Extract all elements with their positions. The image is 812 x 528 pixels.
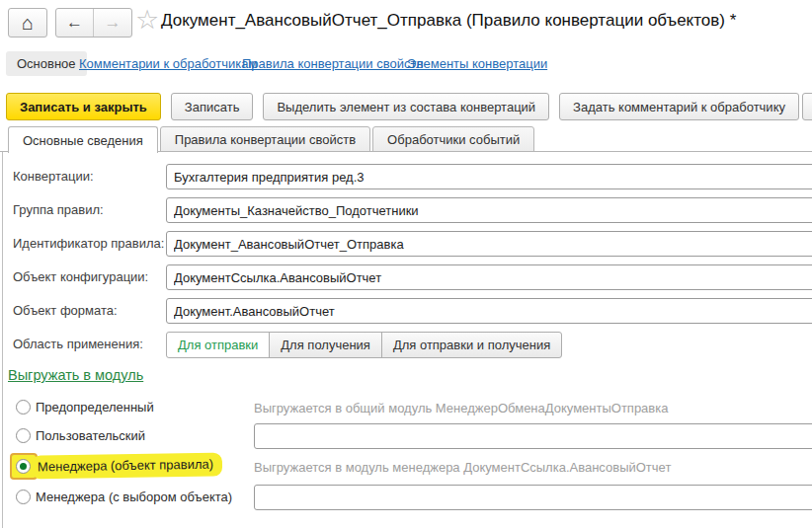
scope-option-receive[interactable]: Для получения: [269, 332, 382, 358]
tab-event-handlers[interactable]: Обработчики событий: [372, 126, 534, 152]
field-label-format-object: Объект формата:: [13, 303, 118, 318]
field-label-conversion: Конвертации:: [13, 169, 94, 184]
conversion-input[interactable]: [166, 164, 812, 189]
select-element-button[interactable]: Выделить элемент из состава конвертаций: [263, 93, 549, 120]
radio-row-manager-rule-object: Менеджера (объект правила) Выгружается в…: [0, 454, 812, 480]
radio-manager-rule-object-label: Менеджера (объект правила): [32, 452, 222, 479]
radio-predefined-label: Предопределенный: [36, 400, 154, 415]
radio-custom-label: Пользовательский: [36, 428, 145, 443]
radio-manager-choose-object[interactable]: [16, 490, 31, 504]
field-label-rule-id: Идентификатор правила:: [13, 236, 164, 251]
nav-item-main[interactable]: Основное: [6, 51, 87, 76]
scope-option-send[interactable]: Для отправки: [166, 332, 270, 358]
radio-custom[interactable]: [16, 428, 31, 443]
forward-arrow-icon: →: [105, 13, 122, 33]
window: ⌂ ← → ☆ Документ_АвансовыйОтчет_Отправка…: [0, 0, 812, 528]
rule-id-input[interactable]: [166, 231, 812, 257]
format-object-input[interactable]: [166, 298, 812, 324]
radio-manager-rule-object[interactable]: [16, 459, 31, 474]
more-button-clipped[interactable]: [802, 93, 812, 120]
page-title: Документ_АвансовыйОтчет_Отправка (Правил…: [161, 11, 736, 31]
field-label-rule-group: Группа правил:: [13, 202, 104, 217]
radio-predefined[interactable]: [16, 400, 31, 415]
manager-module-description: Выгружается в модуль менеджера ДокументС…: [254, 460, 671, 475]
back-button[interactable]: ←: [56, 9, 94, 37]
save-button[interactable]: Записать: [171, 93, 254, 120]
scope-option-send-receive[interactable]: Для отправки и получения: [381, 332, 562, 358]
config-object-input[interactable]: [166, 264, 812, 290]
tab-property-conversion-rules[interactable]: Правила конвертации свойств: [160, 126, 370, 152]
export-module-group-link[interactable]: Выгружать в модуль: [8, 367, 143, 383]
tab-bar: Основные сведения Правила конвертации св…: [8, 126, 534, 153]
nav-link-conversion-elements[interactable]: Элементы конвертации: [407, 56, 547, 71]
field-label-config-object: Объект конфигурации:: [13, 269, 148, 284]
predefined-description: Выгружается в общий модуль МенеджерОбмен…: [254, 401, 668, 415]
radio-manager-choose-object-label: Менеджера (с выбором объекта): [36, 490, 232, 504]
scope-segmented-control: Для отправки Для получения Для отправки …: [166, 332, 562, 358]
tab-main-info[interactable]: Основные сведения: [8, 126, 158, 153]
radio-row-predefined: Предопределенный Выгружается в общий мод…: [0, 395, 812, 420]
radio-row-manager-choose-object: Менеджера (с выбором объекта): [0, 485, 812, 510]
radio-row-custom: Пользовательский: [0, 423, 812, 449]
field-label-scope: Область применения:: [13, 337, 143, 351]
rule-group-input[interactable]: [166, 197, 812, 223]
nav-link-handler-comments[interactable]: Комментарии к обработчикам: [79, 56, 257, 71]
home-button[interactable]: ⌂: [8, 8, 47, 38]
nav-link-property-rules[interactable]: Правила конвертации свойств: [242, 56, 423, 71]
star-icon[interactable]: ☆: [135, 4, 159, 36]
save-and-close-button[interactable]: Записать и закрыть: [6, 93, 161, 120]
manager-choose-object-input[interactable]: [254, 485, 812, 510]
home-icon: ⌂: [22, 13, 34, 33]
history-nav: ← →: [55, 8, 132, 38]
custom-module-input[interactable]: [254, 423, 812, 449]
back-arrow-icon: ←: [66, 13, 83, 33]
toolbar: Записать и закрыть Записать Выделить эле…: [6, 93, 799, 120]
forward-button[interactable]: →: [94, 9, 131, 37]
set-comment-button[interactable]: Задать комментарий к обработчику: [559, 93, 799, 120]
